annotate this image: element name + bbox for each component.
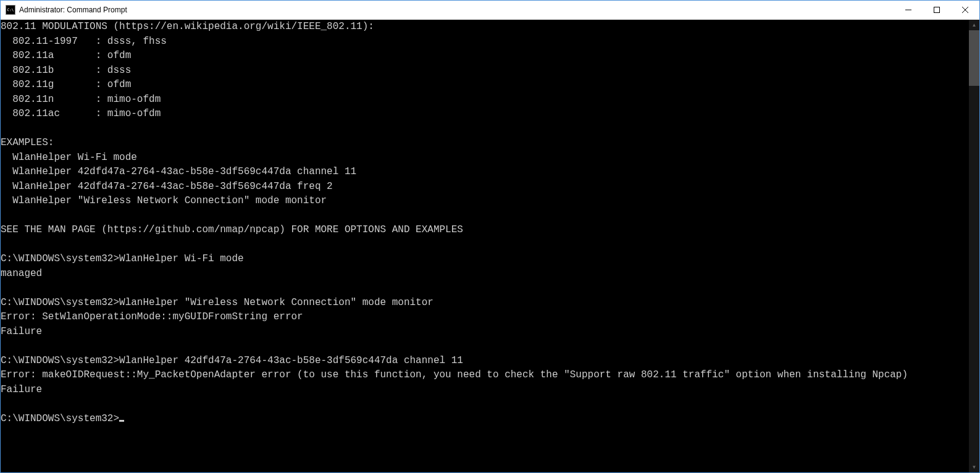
terminal-text: 802.11 MODULATIONS (https://en.wikipedia… <box>1 21 908 424</box>
scroll-down-arrow[interactable]: ▼ <box>969 462 979 472</box>
scroll-track[interactable] <box>969 30 979 462</box>
window-title: Administrator: Command Prompt <box>19 6 127 14</box>
terminal-output[interactable]: 802.11 MODULATIONS (https://en.wikipedia… <box>1 20 969 472</box>
maximize-button[interactable] <box>923 1 951 19</box>
svg-rect-1 <box>934 7 940 13</box>
minimize-button[interactable] <box>894 1 923 19</box>
terminal-cursor <box>119 420 124 422</box>
window-controls <box>894 1 979 19</box>
maximize-icon <box>934 7 940 13</box>
console-area: 802.11 MODULATIONS (https://en.wikipedia… <box>1 20 979 472</box>
vertical-scrollbar[interactable]: ▲ ▼ <box>969 20 979 472</box>
cmd-icon <box>6 5 15 15</box>
minimize-icon <box>905 7 911 13</box>
scroll-thumb[interactable] <box>969 30 979 86</box>
scroll-up-arrow[interactable]: ▲ <box>969 20 979 30</box>
close-button[interactable] <box>951 1 979 19</box>
close-icon <box>962 7 968 13</box>
window-titlebar[interactable]: Administrator: Command Prompt <box>1 1 979 20</box>
